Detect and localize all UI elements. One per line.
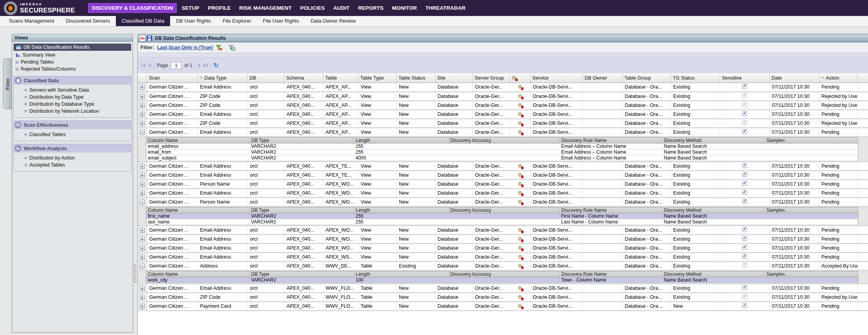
gear-icon[interactable]: ⚙ <box>518 303 522 309</box>
sidebar-item[interactable]: Distribution by Network Location <box>14 108 131 115</box>
gear-icon[interactable]: ⚙ <box>518 190 522 196</box>
gear-icon[interactable]: ⚙ <box>518 181 522 187</box>
gear-icon[interactable]: ⚙ <box>518 111 522 117</box>
sensitive-checkbox[interactable]: ✓ <box>742 102 747 107</box>
column-header-tg_status[interactable]: TG Status <box>671 73 720 83</box>
next-page-button[interactable] <box>198 64 201 67</box>
sub-table-row[interactable]: first_nameVARCHAR2255First Name - Column… <box>146 213 858 219</box>
sensitive-checkbox[interactable]: ✓ <box>742 285 747 290</box>
sensitive-checkbox[interactable]: ✓ <box>742 199 747 204</box>
expand-button[interactable]: + <box>140 228 145 233</box>
sensitive-checkbox[interactable]: ✓ <box>742 294 747 299</box>
sensitive-checkbox[interactable]: ✓ <box>742 111 747 116</box>
gear-icon[interactable]: ⚙ <box>512 75 517 81</box>
nav-item[interactable]: AUDIT <box>330 3 353 13</box>
expand-button[interactable]: + <box>140 112 145 117</box>
tab[interactable]: Discovered Servers <box>60 16 116 26</box>
sensitive-checkbox[interactable]: ✓ <box>742 190 747 195</box>
column-header-server_group[interactable]: Server Group <box>472 73 509 83</box>
save-filter-icon[interactable] <box>228 45 235 51</box>
sub-table-row[interactable]: last_nameVARCHAR2255Last Name - Column N… <box>146 219 858 225</box>
sidebar-group-header[interactable]: Workflow Analysis <box>14 144 131 152</box>
sub-table-row[interactable]: email_subjectVARCHAR24000Email Address –… <box>146 155 858 161</box>
nav-item[interactable]: DISCOVERY & CLASSIFICATION <box>88 3 176 13</box>
sensitive-checkbox[interactable]: ✓ <box>742 129 747 134</box>
sidebar-item[interactable]: Distribution by Database Type <box>14 101 131 108</box>
column-header-service[interactable]: Service <box>530 73 582 83</box>
nav-item[interactable]: SETUP <box>178 3 203 13</box>
nav-item[interactable]: THREATRADAR <box>422 3 469 13</box>
expand-button[interactable]: + <box>140 255 145 260</box>
filter-side-tab[interactable]: Filter <box>3 58 12 109</box>
expand-button[interactable]: + <box>140 237 145 242</box>
gear-icon[interactable]: ⚙ <box>518 120 522 126</box>
expand-button[interactable]: + <box>140 191 145 196</box>
sensitive-checkbox[interactable]: ✓ <box>742 236 747 241</box>
sensitive-checkbox[interactable]: ✓ <box>742 163 747 168</box>
sidebar-group-header[interactable]: Classified Data <box>14 76 131 85</box>
column-header-data_type[interactable]: ✎Data Type <box>197 73 247 83</box>
sidebar-item[interactable]: Pending Tables <box>13 58 131 66</box>
filter-expression-link[interactable]: Last Scan Only is [True] <box>157 45 213 50</box>
sensitive-checkbox[interactable]: ✓ <box>742 172 747 177</box>
nav-item[interactable]: REPORTS <box>355 3 387 13</box>
column-header-db_owner[interactable]: DB Owner <box>582 73 622 83</box>
sensitive-checkbox[interactable]: ✓ <box>742 181 747 186</box>
first-page-button[interactable] <box>142 64 146 67</box>
sidebar-item[interactable]: Servers with Sensitive Data <box>14 87 131 94</box>
gear-icon[interactable]: ⚙ <box>518 93 522 99</box>
column-header-db[interactable]: DB <box>247 73 284 83</box>
sidebar-item[interactable]: Distribution by Data Type <box>14 94 131 101</box>
expand-button[interactable]: + <box>140 164 145 169</box>
sensitive-checkbox[interactable]: ✓ <box>742 227 747 232</box>
column-header-site[interactable]: Site <box>435 73 472 83</box>
gear-icon[interactable]: ⚙ <box>518 102 522 108</box>
column-header-gear[interactable]: ⚙ <box>509 73 530 83</box>
sensitive-checkbox[interactable]: ✓ <box>742 263 747 268</box>
expand-button[interactable]: + <box>140 295 145 300</box>
expand-button[interactable]: + <box>140 246 145 251</box>
gear-icon[interactable]: ⚙ <box>518 163 522 169</box>
expand-button[interactable]: + <box>140 304 145 309</box>
sub-table-row[interactable]: work_cityVARCHAR2100Town - Column NameNa… <box>146 277 858 283</box>
sidebar-item[interactable]: Rejected Tables/Columns <box>13 66 131 73</box>
sensitive-checkbox[interactable]: ✓ <box>742 84 747 89</box>
sensitive-checkbox[interactable]: ✓ <box>742 120 747 125</box>
clear-filter-icon[interactable] <box>216 45 223 51</box>
column-header-table[interactable]: Table <box>323 73 358 83</box>
collapse-button[interactable]: − <box>140 264 145 269</box>
tab[interactable]: Data Owner Review <box>305 16 362 26</box>
gear-icon[interactable]: ⚙ <box>518 199 522 205</box>
column-header-table_type[interactable]: Table Type <box>358 73 396 83</box>
gear-icon[interactable]: ⚙ <box>518 227 522 233</box>
page-input[interactable] <box>171 62 181 69</box>
prev-page-button[interactable] <box>148 64 151 67</box>
gear-icon[interactable]: ⚙ <box>518 294 522 300</box>
tab[interactable]: Classified DB Data <box>116 16 170 26</box>
tab[interactable]: DB User Rights <box>170 16 217 26</box>
column-header-schema[interactable]: Schema <box>284 73 323 83</box>
column-header-table_status[interactable]: Table Status <box>396 73 435 83</box>
sidebar-item[interactable]: Accepted Tables <box>14 161 131 168</box>
gear-icon[interactable]: ⚙ <box>518 245 522 251</box>
expand-button[interactable]: + <box>140 286 145 291</box>
column-header-action[interactable]: ✎Action <box>819 73 857 83</box>
gear-icon[interactable]: ⚙ <box>518 254 522 260</box>
sidebar-item[interactable]: Distribution by Action <box>14 154 131 161</box>
sidebar-item[interactable]: Classified Tables <box>14 131 131 138</box>
nav-item[interactable]: POLICIES <box>296 3 328 13</box>
refresh-icon[interactable]: ↻ <box>213 62 218 69</box>
gear-icon[interactable]: ⚙ <box>518 84 522 90</box>
sensitive-checkbox[interactable]: ✓ <box>742 245 747 250</box>
gear-icon[interactable]: ⚙ <box>518 236 522 242</box>
sidebar-item[interactable]: Summary View <box>13 51 131 58</box>
expand-button[interactable]: + <box>140 103 145 108</box>
expand-button[interactable]: + <box>140 85 145 90</box>
gear-icon[interactable]: ⚙ <box>518 263 522 269</box>
gear-icon[interactable]: ⚙ <box>518 172 522 178</box>
nav-item[interactable]: PROFILE <box>204 3 234 13</box>
tab[interactable]: File Explorer <box>217 16 257 26</box>
sensitive-checkbox[interactable]: ✓ <box>742 93 747 98</box>
sub-table-row[interactable]: email_addressVARCHAR2255Email Address – … <box>146 143 858 149</box>
nav-item[interactable]: MONITOR <box>389 3 421 13</box>
